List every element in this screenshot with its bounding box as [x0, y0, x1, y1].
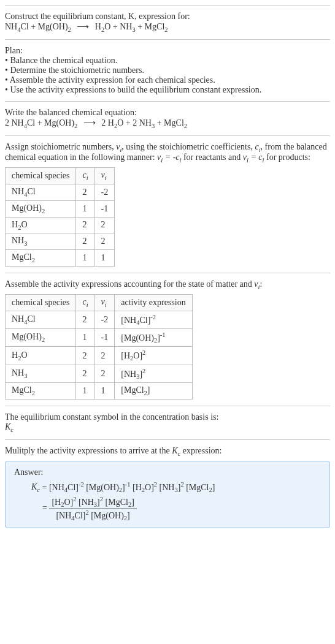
t: O]: [145, 482, 154, 491]
table-row: NH3 2 2: [6, 233, 115, 250]
t: O: [21, 350, 27, 360]
numerator: [H2O]2 [NH3]2 [MgCl2]: [49, 496, 136, 509]
table-row: MgCl2 1 1 [MgCl2]: [6, 383, 193, 400]
cell-species: NH3: [6, 233, 76, 250]
table-row: NH4Cl 2 -2: [6, 184, 115, 200]
cell: NH3: [6, 365, 76, 382]
cell-species: MgCl2: [6, 250, 76, 267]
exp: -2: [150, 314, 156, 320]
e: 2: [73, 496, 76, 502]
t: [Mg(OH): [91, 510, 124, 520]
t: Cl]: [75, 510, 86, 520]
symbol-section: The equilibrium constant symbol in the c…: [5, 406, 330, 439]
cell: [Mg(OH)2]-1: [115, 329, 192, 347]
e: 2: [85, 509, 88, 516]
t: Assign stoichiometric numbers,: [5, 142, 116, 151]
answer-eq1: Kc = [NH4Cl]-2 [Mg(OH)2]-1 [H2O]2 [NH3]2…: [31, 481, 321, 493]
e: 2: [180, 481, 183, 488]
t: [NH: [49, 482, 64, 491]
cell: [H2O]2: [115, 347, 192, 365]
t: NH: [12, 236, 24, 245]
t: [MgCl: [186, 482, 209, 491]
t: Cl]: [139, 315, 150, 324]
s: 2: [74, 123, 77, 129]
exp: 2: [142, 368, 145, 374]
cell-nui: 1: [94, 250, 115, 267]
col-activity: activity expression: [115, 294, 192, 311]
arrow-icon: ⟶: [77, 21, 89, 32]
t: H: [95, 22, 101, 31]
cell-nui: 2: [94, 233, 115, 250]
table-row: chemical species ci νi activity expressi…: [6, 294, 193, 311]
t: H: [12, 350, 18, 360]
fraction: [H2O]2 [NH3]2 [MgCl2] [NH4Cl]2 [Mg(OH)2]: [49, 496, 136, 521]
kc-symbol: Kc: [5, 422, 330, 433]
cell-ci: 2: [76, 217, 94, 233]
table-row: Mg(OH)2 1 -1: [6, 200, 115, 217]
cell: -2: [94, 311, 115, 328]
exp: -1: [160, 331, 166, 338]
t: ]: [127, 510, 130, 520]
arrow-icon: ⟶: [83, 118, 96, 128]
table-row: MgCl2 1 1: [6, 250, 115, 267]
cell-species: Mg(OH)2: [6, 200, 76, 217]
t: Mg(OH): [12, 203, 42, 213]
exp: 2: [142, 349, 145, 356]
t: Cl + Mg(OH): [20, 22, 67, 31]
c-i: ci: [255, 142, 260, 151]
s: 2: [184, 123, 187, 129]
multiply-line: Mulitply the activity expressions to arr…: [5, 446, 330, 457]
cell: 1: [76, 329, 94, 347]
e: -2: [79, 481, 84, 488]
t: :: [260, 279, 262, 289]
plan-bullet-1: • Balance the chemical equation.: [5, 56, 330, 66]
t: H: [12, 220, 18, 229]
table-row: Mg(OH)2 1 -1 [Mg(OH)2]-1: [6, 329, 193, 347]
t: [NH: [160, 482, 175, 491]
kc: Kc: [172, 446, 180, 455]
answer-eq2: = [H2O]2 [NH3]2 [MgCl2] [NH4Cl]2 [Mg(OH)…: [42, 496, 321, 521]
col-ci: ci: [76, 168, 94, 184]
cell-ci: 2: [76, 233, 94, 250]
col-species: chemical species: [6, 168, 76, 184]
cell-species: NH4Cl: [6, 184, 76, 200]
cell: MgCl2: [6, 383, 76, 400]
stoich-section: Assign stoichiometric numbers, νi, using…: [5, 135, 330, 273]
symbol-line: The equilibrium constant symbol in the c…: [5, 412, 330, 422]
sub2c: 2: [164, 26, 168, 33]
table-row: NH4Cl 2 -2 [NH4Cl]-2: [6, 311, 193, 328]
cell-species: H2O: [6, 217, 76, 233]
t: [MgCl: [106, 498, 128, 507]
e: -1: [125, 481, 131, 488]
header-text: Construct the equilibrium constant, K, e…: [5, 12, 190, 21]
cell: 1: [76, 383, 94, 400]
cell: 1: [94, 383, 115, 400]
t: [Mg(OH): [121, 333, 154, 343]
cell: 2: [76, 311, 94, 328]
activity-table: chemical species ci νi activity expressi…: [5, 294, 193, 400]
t: K: [31, 482, 37, 491]
header-line1: Construct the equilibrium constant, K, e…: [5, 12, 330, 21]
table-row: H2O 2 2: [6, 217, 115, 233]
activity-title: Assemble the activity expressions accoun…: [5, 279, 330, 290]
t: O + NH: [104, 22, 132, 31]
t: 2 NH: [5, 118, 24, 127]
t: 2 H: [101, 118, 114, 127]
t: [NH: [56, 510, 71, 520]
t: for products:: [264, 153, 310, 162]
cell: NH4Cl: [6, 311, 76, 328]
t: + MgCl: [136, 22, 165, 31]
cell: 2: [94, 347, 115, 365]
t: K: [5, 422, 10, 431]
t: [H: [52, 498, 61, 507]
col-nui: νi: [94, 168, 115, 184]
plan-bullet-4: • Use the activity expressions to build …: [5, 85, 330, 95]
t: O]: [64, 498, 73, 507]
multiply-section: Mulitply the activity expressions to arr…: [5, 439, 330, 534]
stoich-table: chemical species ci νi NH4Cl 2 -2 Mg(OH)…: [5, 167, 115, 267]
t: O + 2 NH: [117, 118, 152, 127]
plan-title: Plan:: [5, 46, 330, 56]
col-nui: νi: [94, 294, 115, 311]
nu-i: νi: [116, 142, 121, 151]
sub2: 2: [68, 26, 71, 33]
